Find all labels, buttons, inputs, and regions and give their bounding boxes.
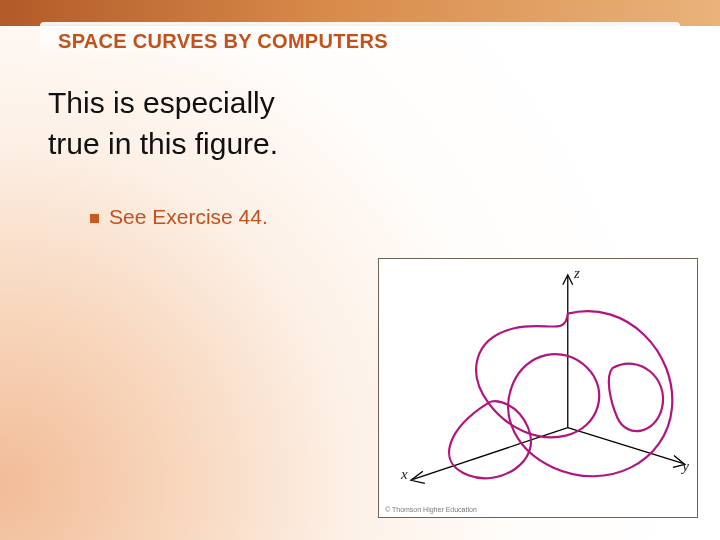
figure-panel: z x y © Thomson Higher Education	[378, 258, 698, 518]
bullet-text: See Exercise 44.	[109, 205, 268, 228]
body-line-1: This is especially	[48, 86, 275, 119]
body-line-2: true in this figure.	[48, 127, 278, 160]
bullet-item: See Exercise 44.	[90, 205, 268, 229]
bullet-marker-icon	[90, 214, 99, 223]
axis-label-z: z	[574, 265, 580, 282]
axis-label-y: y	[682, 458, 689, 475]
axis-label-x: x	[401, 466, 408, 483]
slide-title: SPACE CURVES BY COMPUTERS	[58, 30, 388, 53]
figure-caption: © Thomson Higher Education	[385, 506, 477, 513]
slide: SPACE CURVES BY COMPUTERS This is especi…	[0, 0, 720, 540]
body-text: This is especially true in this figure.	[48, 82, 648, 165]
svg-line-2	[413, 428, 568, 480]
space-curve-plot	[379, 259, 697, 517]
